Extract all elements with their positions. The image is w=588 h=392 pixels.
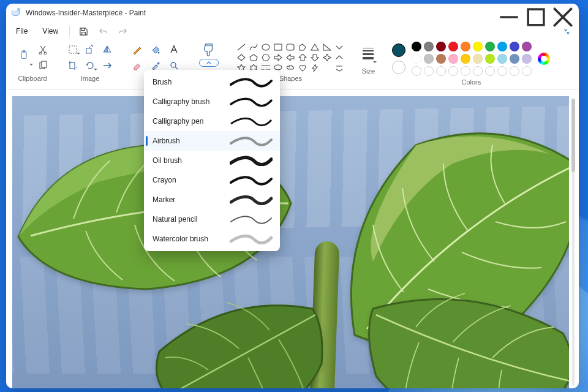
color-swatch[interactable]	[448, 42, 458, 51]
hexagon-shape-icon[interactable]	[261, 53, 271, 62]
rotate-tool[interactable]	[83, 59, 97, 72]
maximize-button[interactable]	[522, 4, 549, 22]
color-swatch[interactable]	[424, 54, 434, 64]
lightning-shape-icon[interactable]	[310, 64, 320, 72]
secondary-color[interactable]	[392, 61, 405, 74]
brush-option[interactable]: Crayon	[144, 170, 280, 190]
resize-tool[interactable]	[83, 43, 97, 56]
color-swatch-empty[interactable]	[485, 66, 495, 76]
brush-option[interactable]: Oil brush	[144, 151, 280, 170]
copy-button[interactable]	[36, 59, 50, 72]
triangle-shape-icon[interactable]	[310, 43, 320, 51]
color-swatch[interactable]	[510, 54, 519, 64]
menu-view[interactable]: View	[36, 24, 64, 38]
skew-tool[interactable]	[100, 59, 115, 72]
color-swatch[interactable]	[436, 54, 446, 64]
brush-option[interactable]: Marker	[144, 190, 280, 209]
svg-point-12	[171, 62, 176, 67]
pentagon-shape-icon[interactable]	[249, 53, 258, 62]
color-swatch[interactable]	[497, 54, 507, 64]
undo-icon[interactable]	[94, 23, 111, 39]
color-swatch-empty[interactable]	[497, 66, 507, 76]
flip-tool[interactable]	[100, 43, 115, 56]
rounded-rect-shape-icon[interactable]	[285, 43, 295, 51]
brush-option[interactable]: Brush	[144, 72, 280, 92]
edit-colors-button[interactable]	[538, 53, 550, 65]
color-swatch-empty[interactable]	[436, 66, 446, 76]
color-swatch-empty[interactable]	[510, 66, 519, 76]
curve-shape-icon[interactable]	[249, 43, 258, 51]
brush-option-label: Calligraphy pen	[153, 117, 203, 126]
color-palette	[412, 42, 532, 76]
paste-button[interactable]	[15, 43, 33, 67]
svg-rect-8	[69, 46, 77, 53]
select-tool[interactable]	[66, 43, 80, 56]
right-triangle-shape-icon[interactable]	[322, 43, 332, 51]
color-swatch[interactable]	[497, 42, 507, 51]
menu-file[interactable]: File	[10, 24, 34, 38]
color-swatch[interactable]	[485, 42, 495, 51]
color-swatch-empty[interactable]	[424, 66, 434, 76]
cut-button[interactable]	[36, 43, 50, 56]
star4-shape-icon[interactable]	[322, 53, 332, 62]
brush-option[interactable]: Calligraphy pen	[144, 111, 280, 131]
canvas[interactable]	[12, 96, 569, 388]
brush-option[interactable]: Airbrush	[144, 131, 280, 151]
color-swatch[interactable]	[522, 42, 532, 51]
oval-shape-icon[interactable]	[261, 43, 271, 51]
brush-option-label: Natural pencil	[153, 215, 197, 224]
size-button[interactable]	[360, 42, 377, 65]
color-swatch[interactable]	[424, 42, 434, 51]
eraser-tool[interactable]	[130, 59, 145, 72]
color-swatch[interactable]	[485, 54, 495, 64]
diamond-shape-icon[interactable]	[236, 53, 246, 62]
color-swatch[interactable]	[473, 54, 483, 64]
brush-option[interactable]: Natural pencil	[144, 209, 280, 229]
color-swatch[interactable]	[461, 54, 470, 64]
color-swatch-empty[interactable]	[448, 66, 458, 76]
color-swatch[interactable]	[510, 42, 519, 51]
arrow-up-shape-icon[interactable]	[298, 53, 307, 62]
settings-icon[interactable]	[558, 23, 575, 39]
text-tool[interactable]	[167, 43, 181, 56]
minimize-button[interactable]	[496, 4, 522, 22]
heart-shape-icon[interactable]	[298, 64, 307, 72]
brush-option-label: Airbrush	[153, 137, 180, 145]
color-swatch[interactable]	[461, 42, 470, 51]
color-swatch[interactable]	[448, 54, 458, 64]
color-swatch[interactable]	[522, 54, 532, 64]
color-swatch-empty[interactable]	[522, 66, 532, 76]
arrow-right-shape-icon[interactable]	[273, 53, 283, 62]
brush-dropdown-button[interactable]	[199, 59, 219, 67]
brush-option[interactable]: Calligraphy brush	[144, 92, 280, 111]
redo-icon[interactable]	[114, 23, 131, 39]
arrow-left-shape-icon[interactable]	[285, 53, 295, 62]
scroll-down-icon[interactable]	[334, 43, 344, 51]
brush-tool[interactable]	[198, 42, 219, 59]
color-swatch[interactable]	[412, 42, 421, 51]
fill-tool[interactable]	[148, 43, 163, 56]
color-swatch[interactable]	[412, 54, 421, 64]
brush-option[interactable]: Watercolor brush	[144, 229, 280, 249]
color-swatch[interactable]	[473, 42, 483, 51]
polygon-shape-icon[interactable]	[298, 43, 307, 51]
save-icon[interactable]	[75, 23, 92, 39]
pencil-tool[interactable]	[130, 43, 145, 56]
scroll-up-icon[interactable]	[334, 53, 344, 62]
expand-shapes-icon[interactable]	[334, 64, 344, 72]
shape-gallery[interactable]	[236, 42, 344, 72]
close-button[interactable]	[549, 4, 576, 22]
color-swatch-empty[interactable]	[412, 66, 421, 76]
color-swatch-empty[interactable]	[461, 66, 470, 76]
color-swatch[interactable]	[436, 42, 446, 51]
ribbon: Clipboard	[6, 40, 579, 90]
color-swatch-empty[interactable]	[473, 66, 483, 76]
paint-window: Windows-Insider-Masterpiece - Paint File…	[6, 4, 579, 388]
primary-color[interactable]	[392, 43, 405, 57]
arrow-down-shape-icon[interactable]	[310, 53, 320, 62]
crop-tool[interactable]	[66, 59, 80, 72]
line-shape-icon[interactable]	[236, 43, 246, 51]
vertical-scrollbar[interactable]	[569, 96, 578, 388]
callout-cloud-icon[interactable]	[285, 64, 295, 72]
rectangle-shape-icon[interactable]	[273, 43, 283, 51]
